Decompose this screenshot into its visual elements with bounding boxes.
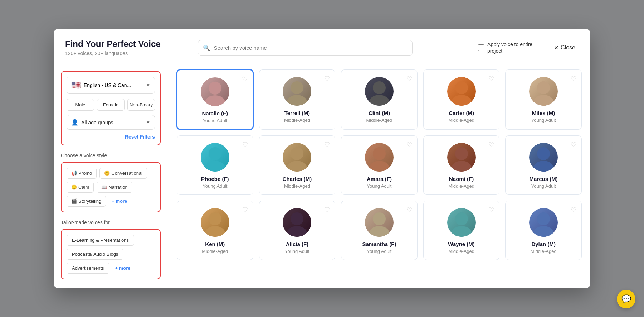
avatar-samantha xyxy=(365,208,394,237)
voice-age-natalie: Young Adult xyxy=(203,118,227,123)
style-calm[interactable]: 😌 Calm xyxy=(67,182,94,193)
svg-point-2 xyxy=(291,81,303,94)
modal-body: 🇺🇸 English - US & Can... ▼ Male Female N… xyxy=(54,62,590,288)
storytelling-label: Storytelling xyxy=(78,198,101,204)
heart-icon-samantha[interactable]: ♡ xyxy=(406,206,412,214)
voice-age-dylan: Middle-Aged xyxy=(531,249,557,254)
svg-point-27 xyxy=(452,226,472,237)
heart-icon-natalie[interactable]: ♡ xyxy=(242,75,248,83)
voice-card-alicia[interactable]: ♡ Alicia (F) Young Adult xyxy=(259,201,336,260)
narration-label: Narration xyxy=(108,184,127,190)
voice-name-miles: Miles (M) xyxy=(532,110,555,116)
heart-icon-carter[interactable]: ♡ xyxy=(488,75,494,83)
heart-icon-phoebe[interactable]: ♡ xyxy=(242,141,248,149)
style-storytelling[interactable]: 🎬 Storytelling xyxy=(67,196,106,207)
voice-age-samantha: Young Adult xyxy=(367,249,392,254)
heart-icon-charles[interactable]: ♡ xyxy=(324,141,330,149)
gender-nonbinary-button[interactable]: Non-Binary xyxy=(127,99,155,111)
apply-voice-container: Apply voice to entire project xyxy=(478,41,545,54)
heart-icon-ken[interactable]: ♡ xyxy=(242,206,248,214)
tailor-advertisements[interactable]: Advertisements xyxy=(67,263,109,274)
voice-card-carter[interactable]: ♡ Carter (M) Middle-Aged xyxy=(423,69,500,130)
language-chevron-icon: ▼ xyxy=(146,83,150,88)
voice-card-wayne[interactable]: ♡ Wayne (M) Middle-Aged xyxy=(423,201,500,260)
svg-point-28 xyxy=(537,212,550,225)
age-group-select[interactable]: 👤 All age groups ▼ xyxy=(67,115,155,130)
voice-name-carter: Carter (M) xyxy=(449,110,474,116)
heart-icon-terrell[interactable]: ♡ xyxy=(324,75,330,83)
gender-male-button[interactable]: Male xyxy=(67,99,94,111)
voice-card-dylan[interactable]: ♡ Dylan (M) Middle-Aged xyxy=(505,201,582,260)
voice-age-miles: Young Adult xyxy=(531,117,556,123)
age-chevron-icon: ▼ xyxy=(146,120,150,125)
tailor-elearning[interactable]: E-Learning & Presentations xyxy=(67,235,134,246)
search-bar-container: 🔍 xyxy=(198,40,413,56)
heart-icon-amara[interactable]: ♡ xyxy=(406,141,412,149)
voice-card-ken[interactable]: ♡ Ken (M) Middle-Aged xyxy=(177,201,253,260)
svg-point-26 xyxy=(455,212,468,225)
chat-button[interactable]: 💬 xyxy=(617,290,635,308)
style-narration[interactable]: 📖 Narration xyxy=(97,182,132,193)
heart-icon-naomi[interactable]: ♡ xyxy=(488,141,494,149)
voice-card-samantha[interactable]: ♡ Samantha (F) Young Adult xyxy=(341,201,418,260)
voice-name-marcus: Marcus (M) xyxy=(530,176,558,182)
search-icon: 🔍 xyxy=(203,44,210,51)
tailor-more-button[interactable]: + more xyxy=(112,263,133,274)
heart-icon-marcus[interactable]: ♡ xyxy=(571,141,576,149)
language-text: English - US & Can... xyxy=(84,82,143,88)
apply-voice-checkbox[interactable] xyxy=(478,44,484,51)
voice-age-amara: Young Adult xyxy=(367,183,392,189)
promo-emoji: 📢 xyxy=(71,170,77,176)
language-select[interactable]: 🇺🇸 English - US & Can... ▼ xyxy=(67,77,155,94)
promo-label: Promo xyxy=(78,170,92,176)
avatar-phoebe xyxy=(201,143,229,172)
voice-card-phoebe[interactable]: ♡ Phoebe (F) Young Adult xyxy=(177,135,253,195)
reset-filters-link[interactable]: Reset Filters xyxy=(67,134,155,140)
svg-point-5 xyxy=(369,95,389,106)
voice-name-amara: Amara (F) xyxy=(367,176,392,182)
heart-icon-clint[interactable]: ♡ xyxy=(406,75,412,83)
modal-title-block: Find Your Perfect Voice 120+ voices, 20+… xyxy=(65,39,161,56)
voice-card-naomi[interactable]: ♡ Naomi (F) Middle-Aged xyxy=(423,135,500,195)
avatar-ken xyxy=(201,208,229,237)
style-more-button[interactable]: + more xyxy=(109,196,130,207)
svg-point-8 xyxy=(537,81,550,94)
voice-card-miles[interactable]: ♡ Miles (M) Young Adult xyxy=(505,69,582,130)
tailor-podcasts[interactable]: Podcasts/ Audio Blogs xyxy=(67,249,123,260)
svg-point-22 xyxy=(291,212,303,225)
chat-icon: 💬 xyxy=(621,294,631,304)
voice-card-clint[interactable]: ♡ Clint (M) Middle-Aged xyxy=(341,69,418,130)
voice-age-carter: Middle-Aged xyxy=(448,117,474,123)
heart-icon-miles[interactable]: ♡ xyxy=(571,75,576,83)
svg-point-17 xyxy=(452,161,472,172)
close-button[interactable]: ✕ Close xyxy=(550,42,579,53)
heart-icon-alicia[interactable]: ♡ xyxy=(324,206,330,214)
voice-name-wayne: Wayne (M) xyxy=(448,241,474,247)
voice-age-marcus: Young Adult xyxy=(531,183,556,189)
voice-card-charles[interactable]: ♡ Charles (M) Middle-Aged xyxy=(259,135,336,195)
svg-point-29 xyxy=(533,226,553,237)
avatar-amara xyxy=(365,143,394,172)
style-conversational[interactable]: 😊 Conversational xyxy=(99,168,147,179)
gender-filters: Male Female Non-Binary xyxy=(67,99,155,111)
tailor-section: E-Learning & Presentations Podcasts/ Aud… xyxy=(61,229,161,279)
voice-card-terrell[interactable]: ♡ Terrell (M) Middle-Aged xyxy=(259,69,336,130)
voice-age-clint: Middle-Aged xyxy=(366,117,392,123)
heart-icon-dylan[interactable]: ♡ xyxy=(571,206,576,214)
voice-card-marcus[interactable]: ♡ Marcus (M) Young Adult xyxy=(505,135,582,195)
voice-card-natalie[interactable]: ♡ Natalie (F) Young Adult xyxy=(177,69,253,130)
voice-card-amara[interactable]: ♡ Amara (F) Young Adult xyxy=(341,135,418,195)
voice-name-phoebe: Phoebe (F) xyxy=(201,176,229,182)
voice-name-alicia: Alicia (F) xyxy=(286,241,308,247)
voice-name-terrell: Terrell (M) xyxy=(284,110,310,116)
gender-female-button[interactable]: Female xyxy=(97,99,125,111)
search-input[interactable] xyxy=(198,40,413,56)
heart-icon-wayne[interactable]: ♡ xyxy=(488,206,494,214)
voice-grid: ♡ Natalie (F) Young Adult ♡ Terrell (M) xyxy=(177,69,582,260)
style-promo[interactable]: 📢 Promo xyxy=(67,168,97,179)
avatar-miles xyxy=(529,77,558,106)
svg-point-25 xyxy=(369,226,389,237)
voice-name-dylan: Dylan (M) xyxy=(531,241,556,247)
svg-point-20 xyxy=(209,212,221,225)
age-text: All age groups xyxy=(81,120,143,125)
